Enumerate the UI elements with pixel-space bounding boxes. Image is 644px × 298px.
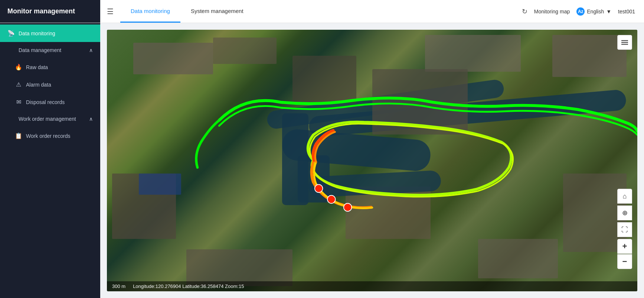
map-satellite: 300 m Longitude:120.276904 Latitude:36.2… (107, 30, 637, 291)
map-zoom-controls: ⌂ ⊕ ⛶ + − (617, 189, 632, 269)
layer-icon[interactable] (617, 35, 632, 50)
monitoring-map-link[interactable]: Monitoring map (534, 9, 570, 14)
refresh-button[interactable]: ↻ (522, 7, 527, 16)
alarm-data-icon: ⚠ (15, 81, 22, 88)
tab-system-management[interactable]: System management (180, 0, 254, 23)
sidebar-item-raw-data[interactable]: 🔥 Raw data (7, 58, 100, 76)
data-management-chevron: ∧ (89, 47, 93, 53)
content-area: 300 m Longitude:120.276904 Latitude:36.2… (100, 23, 644, 298)
sidebar-item-disposal-records[interactable]: ✉ Disposal records (7, 93, 100, 111)
raw-data-icon: 🔥 (15, 64, 22, 71)
sidebar-item-work-order-records[interactable]: 📋 Work order records (7, 127, 100, 145)
svg-rect-3 (621, 40, 628, 41)
menu-toggle-icon[interactable]: ☰ (100, 7, 120, 16)
sidebar-item-label: Disposal records (26, 99, 65, 105)
topbar-tabs: Data monitoring System management (120, 0, 254, 23)
work-order-management-chevron: ∧ (89, 116, 93, 122)
map-container[interactable]: 300 m Longitude:120.276904 Latitude:36.2… (107, 30, 637, 291)
topbar: Monitor management ☰ Data monitoring Sys… (0, 0, 644, 23)
home-button[interactable]: ⌂ (617, 189, 632, 204)
sidebar-section-label: Work order management (19, 116, 76, 122)
language-selector[interactable]: Az English ▼ (576, 7, 611, 16)
crosshair-button[interactable]: ⊕ (617, 205, 632, 220)
sidebar-section-data-management[interactable]: Data management ∧ (0, 42, 100, 58)
topbar-right: ↻ Monitoring map Az English ▼ test001 (522, 7, 644, 16)
user-label: test001 (618, 9, 635, 14)
svg-rect-5 (621, 44, 628, 45)
sidebar: 📡 Data monitoring Data management ∧ 🔥 Ra… (0, 23, 100, 298)
language-icon: Az (576, 7, 585, 16)
map-status-bar: 300 m Longitude:120.276904 Latitude:36.2… (107, 281, 637, 291)
language-dropdown-arrow: ▼ (606, 9, 611, 14)
map-layer-button[interactable] (617, 35, 632, 53)
sidebar-section-work-order-management[interactable]: Work order management ∧ (0, 111, 100, 127)
map-scale-label: 300 m (112, 284, 125, 289)
sidebar-item-alarm-data[interactable]: ⚠ Alarm data (7, 76, 100, 93)
sidebar-item-label: Work order records (26, 133, 71, 139)
data-monitoring-icon: 📡 (7, 30, 15, 37)
app-brand: Monitor management (0, 0, 100, 23)
work-order-records-icon: 📋 (15, 132, 22, 139)
sidebar-item-label: Raw data (26, 64, 48, 70)
main-layout: 📡 Data monitoring Data management ∧ 🔥 Ra… (0, 23, 644, 298)
svg-rect-4 (621, 42, 628, 43)
brand-text: Monitor management (7, 7, 75, 15)
language-label: English (587, 9, 604, 14)
sidebar-item-label: Data monitoring (19, 30, 55, 36)
zoom-in-button[interactable]: + (617, 239, 632, 254)
zoom-out-button[interactable]: − (617, 254, 632, 269)
sidebar-section-label: Data management (19, 47, 61, 53)
fullscreen-button[interactable]: ⛶ (617, 222, 632, 237)
tab-data-monitoring[interactable]: Data monitoring (120, 0, 180, 23)
map-coordinates: Longitude:120.276904 Latitude:36.258474 … (133, 284, 244, 289)
sidebar-item-data-monitoring[interactable]: 📡 Data monitoring (0, 25, 100, 42)
disposal-records-icon: ✉ (15, 98, 22, 106)
sidebar-item-label: Alarm data (26, 82, 51, 88)
